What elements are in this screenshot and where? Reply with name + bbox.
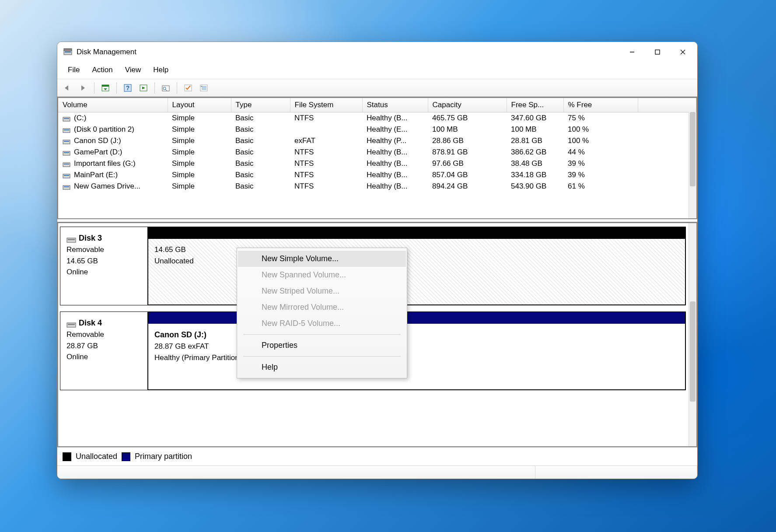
disk3-state: Online	[66, 266, 141, 278]
svg-marker-15	[142, 87, 145, 89]
volume-icon	[63, 127, 70, 133]
svg-marker-11	[104, 88, 107, 90]
volume-icon	[63, 138, 70, 144]
window-title: Disk Management	[77, 48, 136, 56]
volume-row[interactable]: New Games Drive...SimpleBasicNTFSHealthy…	[58, 181, 696, 192]
context-menu-item: New Spanned Volume...	[238, 267, 406, 283]
back-button[interactable]	[61, 81, 74, 94]
legend: Unallocated Primary partition	[57, 447, 697, 466]
svg-rect-1	[65, 51, 71, 52]
svg-rect-37	[64, 186, 69, 187]
disk4-info[interactable]: Disk 4 Removable 28.87 GB Online	[60, 312, 148, 390]
context-menu-item[interactable]: Help	[238, 359, 406, 375]
svg-rect-32	[63, 163, 70, 167]
disk-management-window: Disk Management File Action View Help ?	[57, 42, 698, 479]
legend-label-primary: Primary partition	[135, 452, 192, 461]
context-menu: New Simple Volume...New Spanned Volume..…	[237, 248, 407, 378]
drive-icon	[66, 320, 76, 327]
col-pctfree[interactable]: % Free	[563, 98, 638, 112]
volume-row[interactable]: (Disk 0 partition 2)SimpleBasicHealthy (…	[58, 124, 696, 135]
svg-rect-10	[102, 85, 109, 87]
context-menu-item[interactable]: Properties	[238, 337, 406, 354]
disk4-state: Online	[66, 351, 141, 363]
drive-icon	[66, 235, 76, 242]
action-icon[interactable]	[137, 81, 150, 94]
col-filesystem[interactable]: File System	[290, 98, 362, 112]
svg-rect-36	[63, 186, 70, 189]
svg-rect-26	[63, 129, 70, 133]
col-type[interactable]: Type	[231, 98, 290, 112]
svg-rect-34	[63, 174, 70, 178]
svg-rect-2	[64, 49, 72, 50]
volume-row[interactable]: MainPart (E:)SimpleBasicNTFSHealthy (B..…	[58, 169, 696, 181]
properties-icon[interactable]	[159, 81, 172, 94]
maximize-button[interactable]	[645, 42, 670, 62]
disk4-partition-canon-sd[interactable]: Canon SD (J:) 28.87 GB exFAT Healthy (Pr…	[148, 312, 685, 390]
disk3-info[interactable]: Disk 3 Removable 14.65 GB Online	[60, 227, 148, 305]
volume-row[interactable]: (C:)SimpleBasicNTFSHealthy (B...465.75 G…	[58, 112, 696, 124]
titlebar: Disk Management	[57, 42, 697, 62]
col-status[interactable]: Status	[362, 98, 428, 112]
volume-icon	[63, 184, 70, 190]
help-icon[interactable]: ?	[121, 81, 134, 94]
menu-file[interactable]: File	[62, 64, 86, 76]
close-button[interactable]	[670, 42, 696, 62]
context-menu-separator	[243, 356, 401, 357]
menu-view[interactable]: View	[119, 64, 147, 76]
disk4-part-status: Healthy (Primary Partition)	[154, 352, 679, 364]
volume-header-row: Volume Layout Type File System Status Ca…	[58, 98, 696, 112]
svg-rect-29	[64, 141, 69, 142]
disk3-unallocated-partition[interactable]: 14.65 GB Unallocated	[148, 227, 685, 305]
context-menu-item: New RAID-5 Volume...	[238, 315, 406, 332]
svg-rect-28	[63, 140, 70, 144]
context-menu-item: New Striped Volume...	[238, 283, 406, 299]
partition-header-primary	[148, 312, 685, 324]
svg-rect-33	[64, 164, 69, 164]
disk3-type: Removable	[66, 244, 141, 256]
disk3-name: Disk 3	[79, 234, 102, 242]
svg-rect-31	[64, 152, 69, 153]
svg-rect-30	[63, 151, 70, 155]
disk3-part-status: Unallocated	[154, 256, 679, 267]
menu-action[interactable]: Action	[86, 64, 119, 76]
col-capacity[interactable]: Capacity	[428, 98, 507, 112]
volume-row[interactable]: Important files (G:)SimpleBasicNTFSHealt…	[58, 158, 696, 169]
context-menu-item: New Mirrored Volume...	[238, 299, 406, 315]
disk4-part-desc: 28.87 GB exFAT	[154, 341, 679, 352]
col-layout[interactable]: Layout	[168, 98, 231, 112]
svg-rect-41	[68, 324, 75, 325]
col-spacer	[638, 98, 696, 112]
disk4-size: 28.87 GB	[66, 340, 141, 352]
volume-scrollbar[interactable]	[689, 112, 696, 218]
legend-label-unallocated: Unallocated	[76, 452, 117, 461]
svg-rect-35	[64, 175, 69, 176]
volume-icon	[63, 116, 70, 122]
svg-rect-27	[64, 130, 69, 130]
checkmark-icon[interactable]	[182, 81, 195, 94]
col-volume[interactable]: Volume	[58, 98, 168, 112]
volume-row[interactable]: GamePart (D:)SimpleBasicNTFSHealthy (B..…	[58, 147, 696, 158]
app-icon	[63, 48, 72, 56]
svg-rect-39	[68, 239, 75, 240]
menu-help[interactable]: Help	[147, 64, 175, 76]
col-freespace[interactable]: Free Sp...	[507, 98, 563, 112]
svg-rect-25	[64, 118, 69, 119]
volume-row[interactable]: Canon SD (J:)SimpleBasicexFATHealthy (P.…	[58, 135, 696, 147]
forward-button[interactable]	[77, 81, 90, 94]
disk3-size: 14.65 GB	[66, 256, 141, 267]
show-hide-console-tree-icon[interactable]	[99, 81, 112, 94]
list-icon[interactable]	[197, 81, 210, 94]
context-menu-item[interactable]: New Simple Volume...	[238, 251, 406, 267]
minimize-button[interactable]	[619, 42, 645, 62]
graphical-scrollbar[interactable]	[689, 223, 696, 446]
svg-marker-7	[65, 85, 68, 91]
svg-rect-24	[63, 117, 70, 121]
disk4-name: Disk 4	[79, 318, 102, 327]
disk4-part-name: Canon SD (J:)	[154, 329, 679, 341]
svg-text:?: ?	[126, 84, 130, 91]
volume-list: Volume Layout Type File System Status Ca…	[57, 97, 697, 219]
svg-marker-8	[81, 85, 85, 91]
volume-icon	[63, 172, 70, 178]
partition-header-unallocated	[148, 228, 685, 239]
volume-icon	[63, 161, 70, 167]
